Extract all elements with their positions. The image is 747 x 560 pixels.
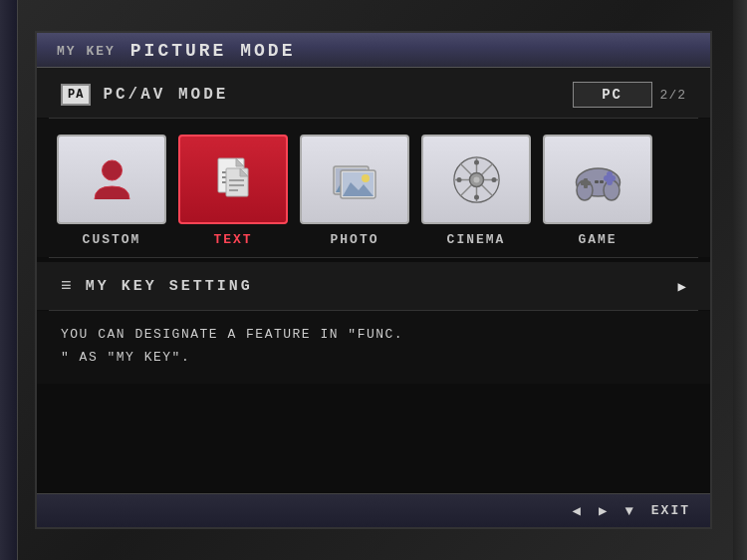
screen: MY KEY PICTURE MODE PA PC/AV MODE PC 2/2…	[35, 31, 712, 529]
top-bar: MY KEY PICTURE MODE	[37, 33, 710, 68]
page-title: PICTURE MODE	[130, 41, 296, 61]
icon-box-custom	[57, 135, 166, 224]
info-text-area: YOU CAN DESIGNATE A FEATURE IN "FUNC. " …	[37, 311, 710, 384]
icon-item-cinema[interactable]: CINEMA	[421, 135, 531, 247]
pc-value-box[interactable]: PC	[573, 82, 652, 108]
settings-icon: ≡	[61, 276, 72, 296]
cinema-label: CINEMA	[447, 232, 506, 247]
icon-item-text[interactable]: TEXT	[178, 135, 288, 247]
svg-point-27	[474, 159, 479, 164]
icon-item-game[interactable]: GAME	[543, 135, 652, 247]
right-edge	[733, 0, 747, 560]
arrow-right-icon: ▶	[678, 278, 686, 295]
svg-point-39	[607, 179, 613, 185]
icon-item-custom[interactable]: CUSTOM	[57, 135, 166, 247]
bottom-bar: ◀ ▶ ▼ EXIT	[37, 493, 710, 527]
nav-down-btn[interactable]: ▼	[624, 503, 632, 519]
svg-rect-41	[600, 180, 604, 183]
svg-point-0	[102, 160, 122, 180]
custom-label: CUSTOM	[83, 232, 141, 247]
text-label: TEXT	[213, 232, 252, 247]
icon-box-photo	[300, 135, 409, 224]
icon-box-game	[543, 135, 652, 224]
svg-point-30	[491, 177, 496, 182]
page-indicator: 2/2	[660, 88, 686, 103]
nav-left-btn[interactable]: ◀	[573, 502, 581, 519]
svg-point-28	[474, 194, 479, 199]
icon-box-cinema	[421, 135, 531, 224]
game-icon	[571, 152, 625, 207]
divider-middle	[49, 257, 698, 258]
game-label: GAME	[578, 232, 617, 247]
cinema-icon	[449, 152, 504, 207]
photo-label: PHOTO	[330, 232, 378, 247]
custom-icon	[85, 152, 139, 207]
svg-point-29	[456, 177, 461, 182]
tv-frame: MY KEY PICTURE MODE PA PC/AV MODE PC 2/2…	[0, 0, 747, 560]
icon-box-text	[178, 135, 288, 224]
info-line2: " AS "MY KEY".	[61, 346, 686, 369]
info-line1: YOU CAN DESIGNATE A FEATURE IN "FUNC.	[61, 323, 686, 346]
svg-rect-40	[595, 180, 599, 183]
svg-point-26	[473, 176, 479, 182]
nav-right-btn[interactable]: ▶	[599, 502, 607, 519]
icon-item-photo[interactable]: PHOTO	[300, 135, 409, 247]
pcav-label: PC/AV MODE	[103, 86, 572, 104]
photo-icon	[328, 152, 382, 207]
text-icon	[206, 152, 261, 207]
left-edge	[0, 0, 18, 560]
icons-grid: CUSTOM	[37, 119, 710, 257]
mykey-setting-label: MY KEY SETTING	[86, 278, 678, 295]
pa-badge: PA	[61, 84, 91, 106]
pcav-row: PA PC/AV MODE PC 2/2	[37, 68, 710, 118]
svg-rect-35	[581, 181, 591, 185]
svg-point-38	[607, 171, 613, 177]
mykey-row[interactable]: ≡ MY KEY SETTING ▶	[37, 262, 710, 310]
exit-label[interactable]: EXIT	[651, 503, 690, 518]
svg-point-18	[362, 174, 370, 182]
mykey-header-label: MY KEY	[57, 44, 116, 59]
